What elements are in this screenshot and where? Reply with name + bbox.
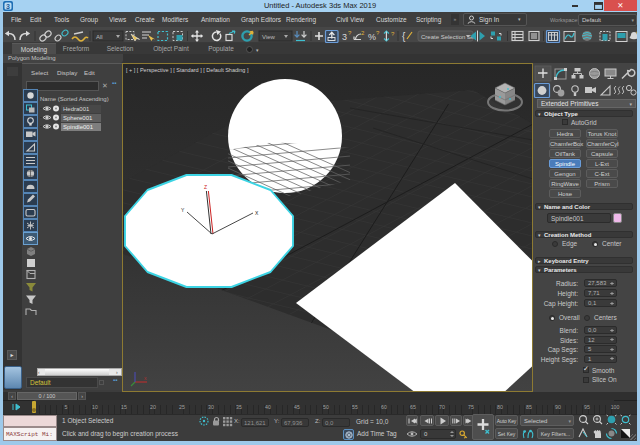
svg-text:85: 85 xyxy=(526,404,532,410)
svg-text:50: 50 xyxy=(323,404,329,410)
svg-text:30: 30 xyxy=(208,404,214,410)
svg-text:View: View xyxy=(262,34,276,40)
svg-text:35: 35 xyxy=(236,404,242,410)
svg-text:65: 65 xyxy=(410,404,416,410)
svg-text:3: 3 xyxy=(6,3,10,10)
svg-text:Z: Z xyxy=(204,184,207,190)
svg-text:%: % xyxy=(368,32,376,42)
svg-text:40: 40 xyxy=(265,404,271,410)
svg-text:70: 70 xyxy=(439,404,445,410)
svg-text:?: ? xyxy=(348,30,352,36)
svg-text:3: 3 xyxy=(342,32,347,42)
svg-text:15: 15 xyxy=(121,404,127,410)
svg-text:90: 90 xyxy=(555,404,561,410)
svg-text:45: 45 xyxy=(294,404,300,410)
svg-text:All: All xyxy=(96,34,103,40)
svg-text:25: 25 xyxy=(179,404,185,410)
svg-text:20: 20 xyxy=(150,404,156,410)
svg-text:?: ? xyxy=(391,31,395,37)
svg-text:55: 55 xyxy=(352,404,358,410)
svg-text:{: { xyxy=(402,31,406,42)
svg-text:2: 2 xyxy=(361,30,365,36)
svg-text:100: 100 xyxy=(611,404,620,410)
svg-text:60: 60 xyxy=(381,404,387,410)
svg-text:10: 10 xyxy=(92,404,98,410)
svg-text:Create Selection Se: Create Selection Se xyxy=(421,34,475,40)
svg-text:?: ? xyxy=(376,30,380,36)
svg-text:80: 80 xyxy=(497,404,503,410)
svg-text:5: 5 xyxy=(65,404,68,410)
svg-text:[ + ] [ Perspective ] [ Standa: [ + ] [ Perspective ] [ Standard ] [ Def… xyxy=(126,67,249,73)
svg-text:75: 75 xyxy=(468,404,474,410)
svg-text:95: 95 xyxy=(584,404,590,410)
